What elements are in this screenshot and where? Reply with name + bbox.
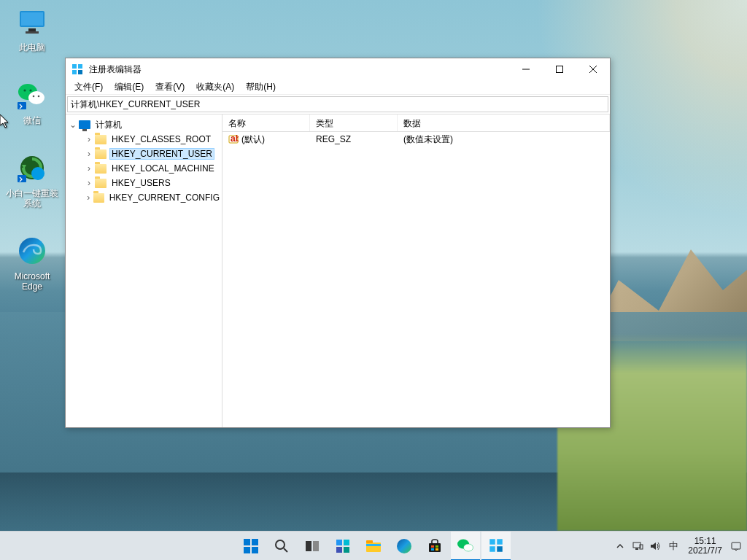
regedit-icon: [71, 63, 83, 75]
notifications-icon[interactable]: [729, 540, 743, 553]
menu-view[interactable]: 查看(V): [150, 79, 190, 95]
desktop-icon-this-pc[interactable]: 此电脑: [4, 4, 60, 52]
task-view-button[interactable]: [298, 532, 327, 561]
wechat-icon: [15, 77, 50, 112]
tree-hive-hkcu[interactable]: ›HKEY_CURRENT_USER: [66, 147, 222, 161]
svg-point-30: [276, 540, 285, 549]
ime-indicator[interactable]: 中: [666, 540, 681, 553]
cell-name: ab(默认): [222, 132, 310, 147]
desktop-icon-label: 此电脑: [4, 42, 60, 52]
expand-icon[interactable]: ›: [83, 178, 95, 188]
svg-rect-3: [26, 31, 39, 34]
folder-icon: [95, 149, 107, 159]
list-row[interactable]: ab(默认) REG_SZ (数值未设置): [222, 132, 610, 147]
mouse-cursor: [0, 114, 10, 129]
tree-hive-hku[interactable]: ›HKEY_USERS: [66, 176, 222, 190]
collapse-icon[interactable]: ⌄: [67, 120, 79, 130]
explorer-button[interactable]: [359, 532, 388, 561]
svg-rect-2: [28, 28, 36, 31]
svg-rect-29: [252, 547, 258, 553]
reinstall-icon: [15, 150, 50, 185]
close-button[interactable]: [576, 58, 610, 80]
col-data[interactable]: 数据: [398, 114, 610, 131]
svg-rect-52: [497, 546, 503, 552]
computer-icon: [79, 120, 90, 129]
value-list: 名称 类型 数据 ab(默认) REG_SZ (数值未设置): [222, 114, 610, 427]
svg-rect-17: [78, 64, 82, 69]
reg-string-icon: ab: [228, 134, 239, 144]
store-button[interactable]: [420, 532, 449, 561]
minimize-button[interactable]: [509, 58, 543, 80]
clock-date: 2021/7/7: [688, 546, 722, 556]
menu-help[interactable]: 帮助(H): [240, 79, 282, 95]
volume-icon[interactable]: [649, 540, 662, 553]
svg-rect-35: [344, 540, 349, 545]
expand-icon[interactable]: ›: [83, 192, 93, 203]
cell-data: (数值未设置): [398, 132, 610, 147]
tree-hive-hkcc[interactable]: ›HKEY_CURRENT_CONFIG: [66, 190, 222, 205]
svg-rect-19: [78, 70, 82, 74]
svg-point-13: [31, 167, 44, 180]
svg-rect-21: [557, 66, 563, 73]
svg-rect-32: [306, 541, 311, 551]
svg-rect-39: [366, 540, 373, 543]
svg-rect-16: [72, 64, 77, 69]
svg-rect-36: [336, 547, 342, 553]
menu-edit[interactable]: 编辑(E): [109, 79, 150, 95]
svg-rect-42: [429, 543, 441, 552]
menu-file[interactable]: 文件(F): [69, 79, 109, 95]
svg-point-41: [397, 539, 411, 553]
folder-icon: [95, 135, 107, 144]
menubar: 文件(F) 编辑(E) 查看(V) 收藏夹(A) 帮助(H): [66, 80, 610, 95]
svg-point-5: [28, 91, 44, 104]
titlebar[interactable]: 注册表编辑器: [66, 58, 610, 80]
expand-icon[interactable]: ›: [83, 163, 95, 174]
menu-favorites[interactable]: 收藏夹(A): [190, 79, 240, 95]
registry-tree[interactable]: ⌄ 计算机 ›HKEY_CLASSES_ROOT ›HKEY_CURRENT_U…: [66, 114, 222, 427]
svg-rect-27: [252, 539, 258, 545]
svg-point-48: [464, 544, 473, 551]
wechat-taskbar-button[interactable]: [451, 532, 480, 561]
svg-rect-45: [431, 548, 434, 551]
desktop-icon-xiaobai[interactable]: 小白一键重装系统: [4, 150, 60, 209]
monitor-icon: [15, 4, 50, 39]
search-button[interactable]: [267, 532, 296, 561]
svg-rect-37: [344, 547, 349, 553]
regedit-taskbar-button[interactable]: [481, 532, 511, 561]
expand-icon[interactable]: ›: [83, 134, 95, 144]
tree-hive-hklm[interactable]: ›HKEY_LOCAL_MACHINE: [66, 161, 222, 176]
start-button[interactable]: [236, 532, 266, 561]
taskbar: 中 15:11 2021/7/7: [0, 531, 747, 560]
edge-icon: [15, 233, 50, 268]
desktop-icon-edge[interactable]: Microsoft Edge: [4, 233, 60, 292]
tree-root-computer[interactable]: ⌄ 计算机: [66, 117, 222, 132]
svg-rect-44: [436, 545, 438, 548]
maximize-button[interactable]: [543, 58, 576, 80]
tray-chevron-icon[interactable]: [614, 540, 627, 553]
desktop: 此电脑 微信 小白一键重装系统 Microsoft Edge 注册表编辑器 文件…: [0, 0, 747, 560]
address-bar[interactable]: 计算机\HKEY_CURRENT_USER: [67, 96, 608, 112]
svg-rect-33: [313, 541, 319, 551]
svg-line-31: [284, 548, 287, 552]
widgets-button[interactable]: [328, 532, 357, 561]
svg-rect-43: [431, 545, 434, 548]
svg-rect-28: [244, 547, 250, 553]
tree-hive-hkcr[interactable]: ›HKEY_CLASSES_ROOT: [66, 132, 222, 147]
svg-rect-54: [635, 548, 638, 550]
edge-taskbar-button[interactable]: [390, 532, 419, 561]
cell-type: REG_SZ: [310, 133, 398, 146]
svg-rect-56: [732, 542, 740, 549]
expand-icon[interactable]: ›: [83, 149, 95, 159]
col-type[interactable]: 类型: [310, 114, 398, 131]
svg-rect-38: [366, 542, 381, 552]
regedit-window: 注册表编辑器 文件(F) 编辑(E) 查看(V) 收藏夹(A) 帮助(H) 计算…: [65, 58, 611, 428]
svg-point-7: [29, 89, 31, 91]
svg-rect-51: [489, 546, 495, 552]
col-name[interactable]: 名称: [222, 114, 310, 131]
clock[interactable]: 15:11 2021/7/7: [685, 537, 725, 556]
svg-rect-34: [336, 540, 342, 545]
svg-rect-14: [18, 175, 26, 182]
network-icon[interactable]: [631, 540, 644, 553]
svg-point-6: [23, 89, 26, 91]
desktop-icon-wechat[interactable]: 微信: [4, 77, 60, 125]
